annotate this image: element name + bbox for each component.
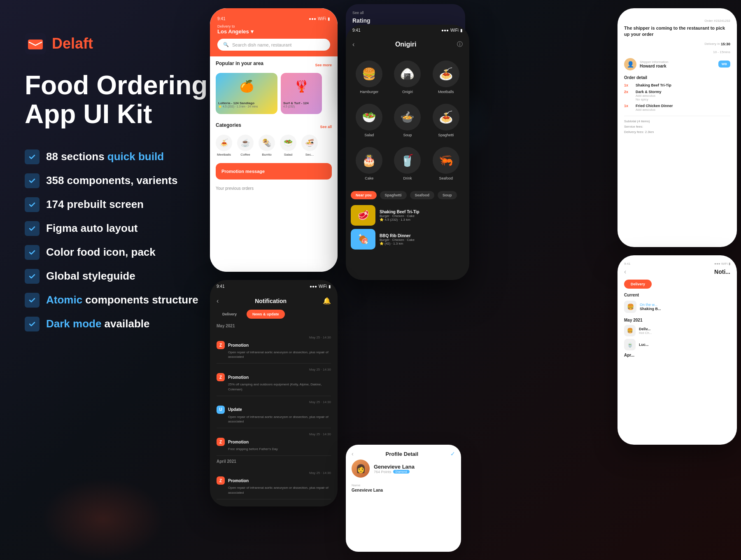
- cat-meetballs[interactable]: 🍝 Meetballs: [216, 135, 232, 156]
- profile-points: 764 Points Diamond: [374, 470, 415, 474]
- food-grid-hamburger[interactable]: 🍔 Hamburger: [351, 56, 387, 98]
- current-order-info: On the w... Shaking B...: [640, 303, 661, 311]
- battery-icon: ▮: [328, 16, 330, 21]
- order-detail-title: Order detail: [624, 75, 730, 80]
- past-order-1-info: Deliv... Hot Ch...: [639, 327, 730, 335]
- notif-item-4-desc: Free shipping before Father's Day: [217, 447, 331, 451]
- food-card-2-info: Surf & Turf - 124 4.5 (232): [281, 100, 322, 110]
- coffee-icon: ☕: [237, 135, 254, 151]
- shipper-info: 👤 Shipper information Howard roark WB: [624, 58, 730, 70]
- notif-item-5[interactable]: May 25 · 14:30 Z Promotion Open repair o…: [217, 467, 331, 499]
- subtotal-label: Subtotal (4 items): [624, 119, 650, 123]
- delivery-active-tab[interactable]: Delivery: [624, 280, 652, 289]
- notif-item-1[interactable]: May 25 · 14:30 Z Promotion Open repair o…: [217, 331, 331, 364]
- feature-text-8: Dark mode available: [46, 317, 149, 330]
- notif-title: Notification: [255, 298, 287, 304]
- order-message: The shipper is coming to the restaurant …: [624, 25, 730, 38]
- profile-user-info: Genevieve Lana 764 Points Diamond: [374, 464, 415, 474]
- info-icon[interactable]: ⓘ: [457, 41, 463, 48]
- food-card-1-name: Lotteria - 124 Sandiago: [218, 101, 275, 105]
- notif-item-5-desc: Open repair of infrarenal aortic aneurys…: [217, 485, 331, 495]
- notif-right-header: ‹ Noti...: [624, 268, 730, 275]
- notif-back-icon[interactable]: ‹: [217, 297, 219, 305]
- profile-name-value: Genevieve Lana: [352, 488, 455, 492]
- food-grid-cake[interactable]: 🎂 Cake: [351, 143, 387, 184]
- back-icon[interactable]: ‹: [352, 41, 354, 48]
- profile-back-icon[interactable]: ‹: [352, 450, 354, 457]
- check-icon-6: [25, 269, 40, 284]
- categories-see-all[interactable]: See all: [320, 125, 332, 129]
- tab-seafood[interactable]: Seafood: [410, 191, 435, 199]
- notif-item-2[interactable]: May 25 · 14:30 Z Promotion 25% off campi…: [217, 364, 331, 396]
- spaghetti-circle: 🍝: [433, 104, 459, 131]
- seafood-circle: 🦐: [433, 147, 459, 174]
- delivery-time-value: 15:30: [721, 42, 730, 46]
- cat-coffee[interactable]: ☕ Coffee: [237, 135, 254, 156]
- food-card-1-rating: ⭐ 4.5 (232) · 1.3 km · 24 mins: [218, 105, 275, 108]
- food-grid-seafood[interactable]: 🦐 Seafood: [428, 143, 464, 184]
- notif-item-4[interactable]: May 25 · 14:30 Z Promotion Free shipping…: [217, 428, 331, 456]
- dark-phone-title: Onigiri: [395, 41, 417, 48]
- categories-items: 🍝 Meetballs ☕ Coffee 🌯 Burrito 🥗 Salad: [216, 135, 332, 156]
- popular-item-1[interactable]: 🥩 Shaking Beef Tri-Tip Burger · Chicken …: [351, 205, 464, 226]
- current-orders-list: 🍔 On the w... Shaking B...: [624, 301, 730, 313]
- notif-right-time: 9:41: [624, 262, 631, 266]
- shipper-details: Shipper information Howard roark: [640, 60, 668, 68]
- dark-time: 9:41: [352, 28, 360, 33]
- dark-status-bar: 9:41 ●●●WiFi▮: [346, 25, 469, 33]
- meetballs-circle: 🍝: [433, 61, 459, 87]
- notif-icon-4: Z: [217, 438, 225, 446]
- food-grid-salad[interactable]: 🥗 Salad: [351, 100, 387, 141]
- food-grid-spaghetti[interactable]: 🍝 Spaghetti: [428, 100, 464, 141]
- check-icon-1: [25, 149, 40, 164]
- notif-bell-icon[interactable]: 🔔: [323, 297, 331, 305]
- popular-item-1-rating: ⭐ 4.5 (232) · 1.3 km: [380, 218, 464, 222]
- order-item-3-name: Fried Chicken Dinner: [636, 104, 730, 108]
- dark-phone-header: ‹ Onigiri ⓘ: [346, 33, 469, 53]
- rating-title: Rating: [352, 17, 459, 24]
- diamond-badge: Diamond: [393, 470, 410, 474]
- tab-delivery[interactable]: Delivery: [217, 310, 242, 319]
- tab-spaghetti[interactable]: Spaghetti: [380, 191, 407, 199]
- see-more-link[interactable]: See more: [315, 63, 332, 67]
- rating-see-all[interactable]: See all: [352, 11, 364, 15]
- notif-right-back[interactable]: ‹: [624, 268, 626, 275]
- tab-news-update[interactable]: News & update: [247, 310, 285, 319]
- notif-right-status: 9:41 ●●● WiFi ▮: [624, 262, 730, 268]
- food-grid-soup[interactable]: 🍲 Soup: [389, 100, 426, 141]
- meetballs-label: Meetballs: [438, 90, 454, 94]
- food-card-2-rating: 4.5 (232): [283, 105, 319, 108]
- notif-item-3[interactable]: May 25 · 14:30 U Update Open repair of i…: [217, 396, 331, 428]
- decorative-blob-orange: [41, 478, 165, 560]
- notif-icon-5: Z: [217, 476, 225, 485]
- food-grid-onigiri[interactable]: 🍙 Onigiri: [389, 56, 426, 98]
- current-order-icon-1: 🍔: [624, 301, 636, 313]
- food-grid-meetballs[interactable]: 🍝 Meetballs: [428, 56, 464, 98]
- popular-item-2[interactable]: 🍖 BBQ Rib Dinner Burger · Chicken · Cake…: [351, 229, 464, 250]
- promo-banner[interactable]: Promotion message: [216, 163, 332, 180]
- food-grid-drink[interactable]: 🥤 Drink: [389, 143, 426, 184]
- popular-item-2-sub: Burger · Chicken · Cake: [380, 238, 464, 242]
- shipper-avatar: 👤: [624, 58, 636, 70]
- notif-item-5-date: May 25 · 14:30: [217, 471, 331, 475]
- search-bar[interactable]: 🔍 Search dish name, restaurant: [217, 39, 330, 51]
- cat-burrito[interactable]: 🌯 Burrito: [259, 135, 275, 156]
- notif-right-status-icons: ●●● WiFi ▮: [714, 262, 730, 266]
- food-card-1[interactable]: 🍊 Lotteria - 124 Sandiago ⭐ 4.5 (232) · …: [216, 73, 277, 114]
- categories-title: Categories: [216, 122, 241, 128]
- food-card-2[interactable]: 🦞 Surf & Turf - 124 4.5 (232): [281, 73, 322, 114]
- cat-salad[interactable]: 🥗 Salad: [280, 135, 296, 156]
- notif-status-icons: ●●●WiFi▮: [310, 284, 331, 289]
- tab-soup[interactable]: Soup: [438, 191, 457, 199]
- profile-user: 👩 Genevieve Lana 764 Points Diamond: [352, 460, 455, 478]
- current-order-item-1[interactable]: 🍔 On the w... Shaking B...: [624, 301, 730, 313]
- drink-circle: 🥤: [394, 147, 421, 174]
- past-order-2[interactable]: 🍵 Luc...: [624, 339, 730, 350]
- cat-more[interactable]: 🍜 Sec...: [301, 135, 318, 156]
- tab-near-you[interactable]: Near you: [351, 191, 377, 199]
- order-item-2-name: Dark & Stormy: [636, 90, 730, 94]
- past-order-1[interactable]: 🍔 Deliv... Hot Ch...: [624, 325, 730, 336]
- order-item-2-note2: No spicy: [636, 98, 730, 101]
- notif-item-1-date: May 25 · 14:30: [217, 336, 331, 339]
- soup-circle: 🍲: [394, 104, 421, 131]
